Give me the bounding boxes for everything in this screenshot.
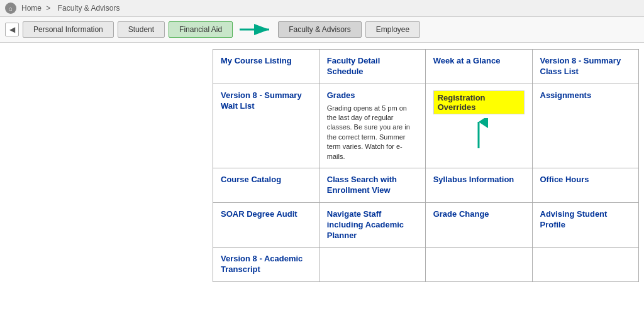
tab-faculty-advisors[interactable]: Faculty & Advisors [278,21,362,38]
grid-cell-grades: GradesGrading opens at 5 pm on the last … [319,84,425,168]
grid-cell-grade-change: Grade Change [425,202,532,248]
grid-cell-empty1 [319,248,425,282]
cell-title-my-course-listing[interactable]: My Course Listing [221,56,311,67]
top-bar: ⌂ Home > Faculty & Advisors [0,0,644,17]
grid-cell-assignments: Assignments [532,84,639,168]
cell-title-version8-wait-list[interactable]: Version 8 - Summary Wait List [221,90,311,112]
grid-cell-faculty-detail-schedule: Faculty Detail Schedule [319,50,425,84]
grid-cell-version8-summary-class: Version 8 - Summary Class List [532,50,639,84]
grid-cell-my-course-listing: My Course Listing [213,50,319,84]
cell-desc-grades: Grading opens at 5 pm on the last day of… [327,104,418,161]
grid-cell-class-search-enrollment: Class Search with Enrollment View [319,168,425,203]
grid-cell-advising-student-profile: Advising Student Profile [532,202,639,248]
tab-student[interactable]: Student [118,21,165,38]
grid-cell-version8-academic-transcript: Version 8 - Academic Transcript [213,248,319,282]
grid-cell-empty3 [532,248,639,282]
cell-title-class-search-enrollment[interactable]: Class Search with Enrollment View [327,175,418,196]
breadcrumb-separator: > [46,4,50,13]
grid-cell-syllabus-information: Syllabus Information [425,168,532,203]
registration-overrides-arrow [433,118,525,150]
cell-title-course-catalog[interactable]: Course Catalog [221,175,311,185]
registration-overrides-label[interactable]: Registration Overrides [433,90,525,114]
nav-arrow [236,21,274,38]
grid-cell-soar-degree-audit: SOAR Degree Audit [213,202,319,248]
back-button[interactable]: ◀ [5,23,19,36]
home-icon[interactable]: ⌂ [5,3,16,14]
grid-cell-office-hours: Office Hours [532,168,639,203]
grid-cell-week-at-a-glance: Week at a Glance [425,50,532,84]
breadcrumb-current: Faculty & Advisors [58,4,120,13]
grid-cell-registration-overrides: Registration Overrides [425,84,532,168]
menu-grid: My Course ListingFaculty Detail Schedule… [213,49,639,282]
grid-cell-course-catalog: Course Catalog [213,168,319,203]
tab-financial-aid[interactable]: Financial Aid [169,21,233,38]
tab-personal-information[interactable]: Personal Information [23,21,114,38]
cell-title-grades[interactable]: Grades [327,90,418,101]
grid-cell-version8-wait-list: Version 8 - Summary Wait List [213,84,319,168]
cell-title-faculty-detail-schedule[interactable]: Faculty Detail Schedule [327,56,418,77]
cell-title-version8-academic-transcript[interactable]: Version 8 - Academic Transcript [221,254,311,275]
cell-title-assignments[interactable]: Assignments [540,90,631,101]
cell-title-week-at-a-glance[interactable]: Week at a Glance [433,56,525,67]
page-wrapper: ⌂ Home > Faculty & Advisors ◀ Personal I… [0,0,644,316]
cell-title-advising-student-profile[interactable]: Advising Student Profile [540,209,631,231]
cell-title-office-hours[interactable]: Office Hours [540,175,631,185]
nav-tabs: ◀ Personal Information Student Financial… [0,17,644,43]
cell-title-syllabus-information[interactable]: Syllabus Information [433,175,525,185]
main-content: My Course ListingFaculty Detail Schedule… [0,43,644,288]
breadcrumb-home[interactable]: Home [21,4,42,13]
grid-cell-empty2 [425,248,532,282]
registration-overrides-cell: Registration Overrides [433,90,525,150]
cell-title-grade-change[interactable]: Grade Change [433,209,525,220]
up-arrow-svg [469,118,488,150]
grid-cell-navigate-staff: Navigate Staff including Academic Planne… [319,202,425,248]
cell-title-soar-degree-audit[interactable]: SOAR Degree Audit [221,209,311,220]
tab-employee[interactable]: Employee [365,21,420,38]
breadcrumb: Home > Faculty & Advisors [21,4,122,13]
cell-title-navigate-staff[interactable]: Navigate Staff including Academic Planne… [327,209,418,241]
cell-title-version8-summary-class[interactable]: Version 8 - Summary Class List [540,56,631,77]
